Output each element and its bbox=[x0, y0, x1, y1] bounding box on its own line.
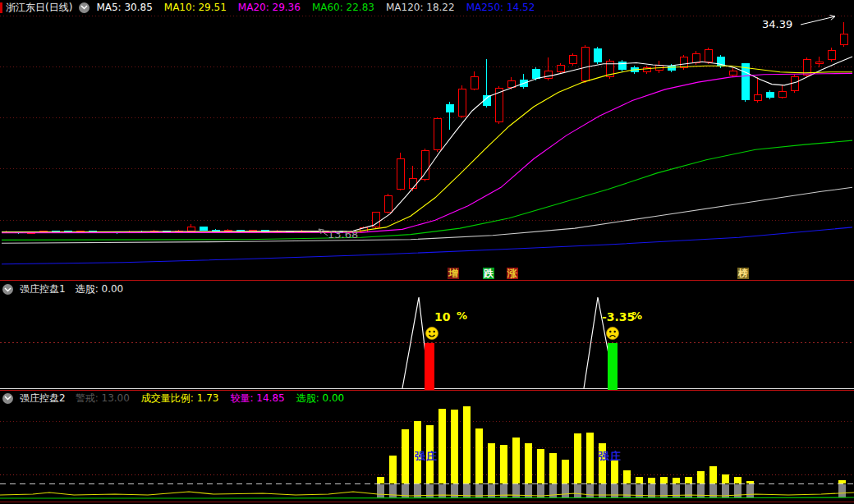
candle-body bbox=[692, 53, 700, 62]
ma-legend-item: MA250: 14.52 bbox=[466, 2, 535, 13]
panel3-legend-item: 警戒: 13.00 bbox=[76, 392, 130, 405]
panel3-legend: 警戒: 13.00成交量比例: 1.73较量: 14.85选股: 0.00 bbox=[76, 392, 356, 405]
volume-bar-base bbox=[377, 484, 384, 497]
collapse-main-chart-icon[interactable] bbox=[79, 2, 90, 13]
candlestick-series bbox=[2, 22, 847, 234]
volume-bar bbox=[512, 438, 520, 483]
volume-bar bbox=[673, 478, 680, 483]
candle-body bbox=[458, 89, 466, 117]
candle-body bbox=[421, 151, 429, 180]
volume-bar bbox=[746, 481, 754, 483]
volume-bar-base bbox=[599, 484, 606, 497]
collapse-panel3-icon[interactable] bbox=[2, 393, 13, 404]
ma-legend-item: MA10: 29.51 bbox=[164, 2, 227, 13]
smiley-face-icon bbox=[426, 328, 438, 340]
volume-bar bbox=[838, 480, 846, 483]
volume-bar bbox=[537, 449, 544, 483]
volume-bar bbox=[402, 429, 409, 483]
volume-bar bbox=[623, 470, 631, 483]
signal-value: 10 bbox=[434, 310, 451, 323]
candle-body bbox=[434, 118, 441, 149]
volume-bar-base bbox=[838, 484, 846, 497]
volume-bar bbox=[389, 456, 397, 483]
event-marker-增[interactable]: 增 bbox=[448, 268, 459, 279]
signal-percent-symbol: % bbox=[457, 309, 467, 322]
candle-body bbox=[471, 77, 478, 89]
panel2-chart[interactable]: 10%-3.35% bbox=[0, 297, 854, 391]
panel3-legend-item: 成交量比例: 1.73 bbox=[141, 392, 219, 405]
signal-value: -3.35 bbox=[602, 310, 635, 323]
candle-body bbox=[397, 159, 404, 190]
candle-body bbox=[840, 34, 847, 44]
volume-bar bbox=[636, 477, 643, 483]
collapse-panel2-icon[interactable] bbox=[2, 284, 13, 295]
volume-bar bbox=[734, 477, 742, 483]
volume-bar-base bbox=[562, 484, 569, 497]
active-pane-tick bbox=[0, 2, 2, 13]
volume-bar bbox=[697, 471, 705, 483]
sad-face-icon bbox=[607, 328, 619, 340]
panel3-signal-label: 强庄 bbox=[598, 450, 622, 462]
price-annotation: 34.39 bbox=[762, 18, 792, 30]
volume-bar bbox=[648, 478, 655, 483]
candle-body bbox=[778, 91, 786, 98]
volume-bar bbox=[611, 460, 618, 483]
chart-canvas[interactable]: 10%-3.35%强庄强庄 bbox=[0, 0, 854, 504]
candle-body bbox=[754, 94, 761, 101]
panel3-slow-line bbox=[0, 497, 854, 498]
candle-body bbox=[668, 66, 675, 70]
stock-title: 浙江东日(日线) bbox=[6, 1, 72, 15]
candle-body bbox=[766, 93, 774, 98]
ma-legend-item: MA5: 30.85 bbox=[96, 2, 152, 13]
ma-legend-item: MA120: 18.22 bbox=[386, 2, 455, 13]
volume-bar bbox=[463, 406, 471, 483]
volume-bar bbox=[562, 460, 569, 483]
volume-bar bbox=[525, 443, 532, 483]
main-chart-header: 浙江东日(日线) MA5: 30.85MA10: 29.51MA20: 29.3… bbox=[0, 0, 854, 15]
volume-bar bbox=[475, 428, 483, 483]
panel3-chart[interactable]: 强庄强庄 bbox=[0, 406, 854, 498]
volume-bar bbox=[722, 474, 729, 483]
ma-legend: MA5: 30.85MA10: 29.51MA20: 29.36MA60: 22… bbox=[96, 2, 546, 13]
volume-bar bbox=[451, 410, 458, 483]
chevron-down-icon bbox=[80, 5, 88, 10]
panel2-header: 强庄控盘1 选股: 0.00 bbox=[0, 282, 854, 296]
event-marker-涨[interactable]: 涨 bbox=[507, 268, 518, 279]
volume-bar-base bbox=[586, 484, 594, 497]
chevron-down-icon bbox=[4, 396, 11, 401]
signal-bar bbox=[608, 343, 618, 391]
volume-bar bbox=[438, 409, 446, 483]
ma-legend-item: MA60: 22.83 bbox=[312, 2, 374, 13]
panel3-header: 强庄控盘2 警戒: 13.00成交量比例: 1.73较量: 14.85选股: 0… bbox=[0, 392, 854, 405]
candle-body bbox=[507, 81, 515, 88]
volume-bar-base bbox=[746, 484, 754, 497]
chevron-down-icon bbox=[4, 287, 11, 292]
candle-body bbox=[828, 51, 835, 60]
candle-body bbox=[187, 227, 195, 231]
candle-body bbox=[742, 64, 749, 100]
candle-body bbox=[729, 71, 737, 76]
volume-bar bbox=[574, 433, 581, 483]
volume-bar-base bbox=[574, 484, 581, 497]
price-annotation: 13.68 bbox=[328, 228, 358, 241]
candle-body bbox=[680, 57, 687, 68]
candle-body bbox=[705, 49, 712, 62]
panel3-signal-label: 强庄 bbox=[414, 450, 438, 462]
event-marker-跌[interactable]: 跌 bbox=[483, 268, 494, 279]
main-chart[interactable] bbox=[0, 15, 854, 263]
candle-body bbox=[815, 62, 823, 64]
pane-separator bbox=[0, 280, 854, 281]
ma-line-ma10 bbox=[2, 66, 852, 232]
volume-bar bbox=[549, 453, 557, 483]
volume-bar bbox=[709, 466, 717, 483]
signal-bar bbox=[425, 343, 434, 391]
volume-bar bbox=[377, 477, 384, 483]
candle-body bbox=[581, 48, 589, 81]
event-marker-榜[interactable]: 榜 bbox=[737, 268, 749, 279]
annotation-arrow bbox=[801, 16, 835, 25]
candle-body bbox=[557, 65, 564, 72]
candle-body bbox=[569, 56, 576, 64]
candle-body bbox=[200, 227, 207, 230]
volume-bar bbox=[586, 433, 594, 483]
volume-bar bbox=[685, 477, 692, 483]
